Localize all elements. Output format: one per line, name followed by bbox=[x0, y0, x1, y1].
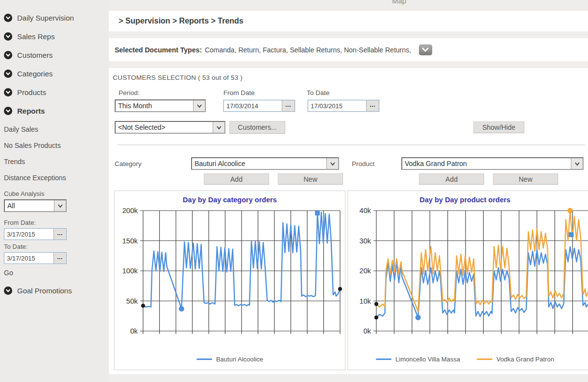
sidebar-from-date-label: From Date: bbox=[4, 219, 109, 226]
sidebar-item-customers[interactable]: Customers bbox=[4, 51, 109, 59]
legend-swatch-orange bbox=[477, 358, 492, 360]
sidebar-to-date-label: To Date: bbox=[4, 243, 109, 250]
sidebar-item-daily-supervision[interactable]: Daily Supervision bbox=[4, 14, 109, 22]
document-types-value: Comanda, Return, Factura, Sellable Retur… bbox=[205, 46, 411, 54]
divider bbox=[118, 144, 585, 145]
chevron-down-icon bbox=[193, 100, 205, 111]
sidebar-item-products[interactable]: Products bbox=[4, 88, 109, 96]
chevron-down-circle-icon bbox=[4, 286, 12, 295]
breadcrumb-row: > Supervision > Reports > Trends bbox=[109, 11, 588, 31]
sidebar-item-label: Reports bbox=[17, 107, 45, 115]
period-label: Period: bbox=[115, 89, 223, 96]
svg-text:40k: 40k bbox=[360, 207, 371, 215]
to-date-label: To Date bbox=[307, 89, 330, 96]
sidebar-link-distance-exceptions[interactable]: Distance Exceptions bbox=[4, 174, 109, 182]
cube-analysis-value: All bbox=[5, 202, 15, 210]
chevron-down-circle-icon bbox=[4, 51, 12, 59]
sidebar-to-date-field[interactable]: 3/17/2015 ••• bbox=[4, 252, 67, 264]
product-select[interactable]: Vodka Grand Patron bbox=[401, 157, 584, 170]
cube-analysis-select[interactable]: All bbox=[4, 199, 67, 212]
category-orders-chart-panel: Day by Day category orders 0k50k100k150k… bbox=[114, 191, 345, 370]
category-add-button[interactable]: Add bbox=[204, 173, 269, 185]
sidebar-item-label: Sales Reps bbox=[17, 32, 55, 41]
document-types-row: Selected Document Types: Comanda, Return… bbox=[109, 38, 588, 61]
chevron-down-icon bbox=[326, 158, 338, 169]
category-orders-chart: 0k50k100k150k200k bbox=[115, 205, 345, 352]
sidebar-item-label: Daily Supervision bbox=[17, 14, 74, 22]
cube-analysis-label: Cube Analysis bbox=[4, 190, 109, 197]
product-orders-chart-panel: Day by Day product orders 0k10k20k30k40k… bbox=[347, 191, 588, 370]
sidebar: Daily Supervision Sales Reps Customers C… bbox=[0, 0, 109, 382]
sidebar-from-date-value: 3/17/2015 bbox=[4, 229, 53, 239]
sidebar-link-trends[interactable]: Trends bbox=[4, 158, 109, 166]
map-label: Map bbox=[392, 0, 406, 5]
svg-text:100k: 100k bbox=[122, 267, 138, 275]
sidebar-link-daily-sales[interactable]: Daily Sales bbox=[4, 125, 109, 133]
svg-text:200k: 200k bbox=[122, 207, 138, 215]
separator-strip bbox=[109, 31, 588, 38]
chevron-down-circle-icon bbox=[4, 70, 12, 78]
date-picker-button[interactable]: ••• bbox=[53, 229, 66, 239]
product-new-button[interactable]: New bbox=[493, 173, 558, 185]
category-label: Category bbox=[115, 160, 191, 167]
legend-label: Bauturi Alcoolice bbox=[216, 356, 263, 363]
period-select[interactable]: This Month bbox=[115, 99, 206, 112]
category-new-button[interactable]: New bbox=[278, 173, 343, 185]
svg-text:50k: 50k bbox=[126, 297, 138, 305]
customers-button[interactable]: Customers... bbox=[229, 121, 285, 134]
sidebar-item-reports[interactable]: Reports bbox=[4, 107, 109, 115]
legend-item: Limoncello Villa Massa bbox=[376, 356, 460, 363]
customers-selection-title: CUSTOMERS SELECTION ( 53 out of 53 ) bbox=[109, 68, 588, 81]
date-picker-button[interactable]: ••• bbox=[366, 100, 379, 111]
chart-title: Day by Day category orders bbox=[115, 196, 345, 204]
product-label: Product bbox=[352, 160, 401, 167]
chevron-down-icon bbox=[54, 200, 66, 211]
chevron-down-icon bbox=[571, 158, 583, 169]
from-date-label: From Date bbox=[223, 89, 307, 96]
legend-item: Vodka Grand Patron bbox=[477, 356, 554, 363]
bottom-strip bbox=[109, 374, 588, 382]
sidebar-item-sales-reps[interactable]: Sales Reps bbox=[4, 32, 109, 41]
sidebar-from-date-field[interactable]: 3/17/2015 ••• bbox=[4, 228, 67, 240]
expand-document-types-button[interactable] bbox=[419, 45, 432, 55]
chevron-down-circle-icon bbox=[4, 14, 12, 22]
chevron-down-circle-icon bbox=[4, 107, 12, 115]
sidebar-link-no-sales-products[interactable]: No Sales Products bbox=[4, 142, 109, 149]
legend-swatch-blue bbox=[196, 358, 212, 360]
svg-text:10k: 10k bbox=[360, 297, 371, 305]
legend-label: Limoncello Villa Massa bbox=[395, 356, 460, 363]
customer-filter-value: <Not Selected> bbox=[116, 123, 166, 131]
to-date-value: 17/03/2015 bbox=[308, 100, 366, 111]
date-picker-button[interactable]: ••• bbox=[53, 253, 66, 263]
svg-text:0k: 0k bbox=[130, 327, 138, 335]
chart-legend: Bauturi Alcoolice bbox=[115, 356, 345, 363]
show-hide-button[interactable]: Show/Hide bbox=[473, 121, 524, 133]
legend-label: Vodka Grand Patron bbox=[496, 356, 554, 363]
colon: : bbox=[199, 46, 202, 54]
date-picker-button[interactable]: ••• bbox=[282, 100, 294, 111]
svg-text:30k: 30k bbox=[360, 237, 371, 245]
separator-strip bbox=[109, 61, 588, 68]
sidebar-item-label: Customers bbox=[17, 51, 53, 59]
to-date-field[interactable]: 17/03/2015 ••• bbox=[308, 100, 379, 112]
svg-text:20k: 20k bbox=[360, 267, 371, 275]
product-orders-chart: 0k10k20k30k40k bbox=[348, 205, 588, 352]
customer-filter-select[interactable]: <Not Selected> bbox=[115, 121, 225, 134]
charts-row: Day by Day category orders 0k50k100k150k… bbox=[114, 191, 588, 370]
main-content: Map > Supervision > Reports > Trends Sel… bbox=[109, 0, 588, 382]
from-date-field[interactable]: 17/03/2014 ••• bbox=[223, 100, 295, 112]
chart-title: Day by Day product orders bbox=[348, 196, 582, 204]
sidebar-item-goal-promotions[interactable]: Goal Promotions bbox=[4, 286, 109, 295]
breadcrumb: > Supervision > Reports > Trends bbox=[119, 17, 244, 25]
product-add-button[interactable]: Add bbox=[419, 173, 484, 185]
chevron-down-circle-icon bbox=[4, 88, 12, 96]
category-select[interactable]: Bauturi Alcoolice bbox=[191, 157, 339, 170]
svg-text:0k: 0k bbox=[364, 327, 371, 335]
sidebar-to-date-value: 3/17/2015 bbox=[4, 253, 53, 263]
legend-swatch-blue bbox=[376, 358, 392, 360]
svg-text:150k: 150k bbox=[122, 237, 138, 245]
sidebar-item-categories[interactable]: Categories bbox=[4, 70, 109, 78]
go-link[interactable]: Go bbox=[4, 269, 109, 277]
category-value: Bauturi Alcoolice bbox=[192, 160, 245, 167]
sidebar-item-label: Products bbox=[17, 88, 46, 96]
